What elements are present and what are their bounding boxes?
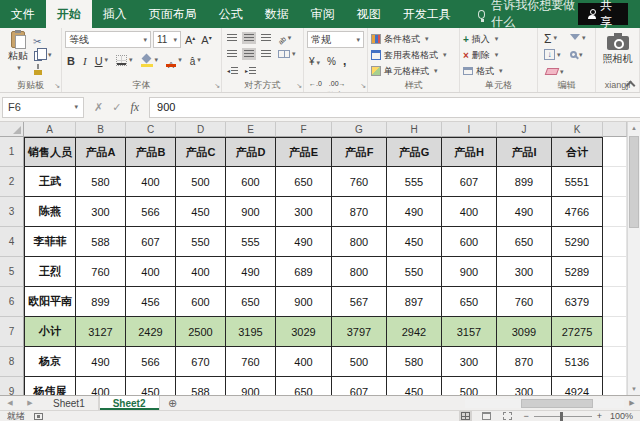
cell-D6[interactable]: 600 (176, 287, 226, 317)
page-break-view-button[interactable] (501, 411, 514, 421)
cell-H4[interactable]: 450 (387, 227, 442, 257)
cut-button[interactable] (33, 34, 52, 47)
column-header-F[interactable]: F (276, 122, 332, 137)
scroll-right-arrow-icon[interactable] (624, 399, 640, 407)
ribbon-tab-插入[interactable]: 插入 (92, 0, 138, 28)
zoom-slider-thumb[interactable] (560, 412, 563, 421)
new-sheet-button[interactable] (160, 396, 186, 410)
phonetic-guide-button[interactable] (188, 49, 203, 71)
cell-B8[interactable]: 490 (76, 347, 126, 377)
enter-icon[interactable] (112, 101, 121, 114)
cell-D8[interactable]: 670 (176, 347, 226, 377)
borders-button[interactable] (114, 53, 135, 68)
cell-C8[interactable]: 566 (126, 347, 176, 377)
cell-F1[interactable]: 产品E (276, 137, 332, 167)
cell-F4[interactable]: 490 (276, 227, 332, 257)
cell-H8[interactable]: 580 (387, 347, 442, 377)
ribbon-tab-页面布局[interactable]: 页面布局 (138, 0, 208, 28)
delete-cells-button[interactable]: 删除 (463, 48, 534, 63)
cell-I4[interactable]: 600 (442, 227, 497, 257)
insert-function-button[interactable]: fx (130, 100, 139, 115)
cell-K6[interactable]: 6379 (552, 287, 603, 317)
italic-button[interactable] (81, 49, 89, 71)
cell-J7[interactable]: 3099 (497, 317, 552, 347)
cell-J5[interactable]: 300 (497, 257, 552, 287)
ribbon-tab-开始[interactable]: 开始 (46, 0, 92, 28)
cell-I7[interactable]: 3157 (442, 317, 497, 347)
underline-button[interactable] (93, 49, 110, 71)
share-button[interactable]: 共享 (578, 3, 628, 25)
find-select-button[interactable] (570, 48, 592, 61)
tab-file[interactable]: 文件 (0, 0, 46, 28)
font-name-select[interactable]: 等线 (65, 31, 151, 48)
paste-button[interactable]: 粘贴 (3, 31, 33, 79)
cell-E4[interactable]: 555 (226, 227, 276, 257)
cell-H2[interactable]: 555 (387, 167, 442, 197)
name-box[interactable]: F6 (2, 97, 84, 118)
font-dialog-launcher[interactable] (214, 82, 220, 90)
decrease-font-button[interactable]: A (199, 34, 213, 46)
cell-I3[interactable]: 400 (442, 197, 497, 227)
percent-style-button[interactable] (327, 51, 336, 69)
cell-B1[interactable]: 产品A (76, 137, 126, 167)
cell-C4[interactable]: 607 (126, 227, 176, 257)
cell-C7[interactable]: 2429 (126, 317, 176, 347)
zoom-slider[interactable] (534, 416, 592, 417)
cell-A9[interactable]: 杨伟展 (24, 377, 76, 395)
number-dialog-launcher[interactable] (360, 82, 366, 90)
cell-E2[interactable]: 600 (226, 167, 276, 197)
align-bottom-button[interactable] (259, 32, 273, 44)
tell-me-search[interactable]: 告诉我你想要做什么 (478, 0, 578, 28)
cell-I5[interactable]: 900 (442, 257, 497, 287)
font-color-button[interactable] (164, 52, 184, 69)
cell-H6[interactable]: 897 (387, 287, 442, 317)
cell-B3[interactable]: 300 (76, 197, 126, 227)
next-sheet-arrow-icon[interactable]: ▶ (27, 399, 32, 407)
cell-E5[interactable]: 490 (226, 257, 276, 287)
format-cells-button[interactable]: 格式 (463, 64, 534, 79)
cell-C2[interactable]: 400 (126, 167, 176, 197)
ribbon-tab-视图[interactable]: 视图 (346, 0, 392, 28)
decrease-indent-button[interactable] (225, 65, 240, 76)
cell-G6[interactable]: 567 (332, 287, 387, 317)
cell-A3[interactable]: 陈燕 (24, 197, 76, 227)
cell-G5[interactable]: 800 (332, 257, 387, 287)
cell-G7[interactable]: 3797 (332, 317, 387, 347)
cell-D7[interactable]: 2500 (176, 317, 226, 347)
cell-F7[interactable]: 3029 (276, 317, 332, 347)
cell-E3[interactable]: 900 (226, 197, 276, 227)
cell-A1[interactable]: 销售人员 (24, 137, 76, 167)
normal-view-button[interactable] (459, 411, 472, 421)
cell-D4[interactable]: 550 (176, 227, 226, 257)
cell-I9[interactable]: 500 (442, 377, 497, 395)
cell-B9[interactable]: 400 (76, 377, 126, 395)
copy-button[interactable] (33, 48, 52, 61)
sheet-tab-Sheet1[interactable]: Sheet1 (40, 396, 99, 410)
fill-color-button[interactable] (139, 52, 161, 69)
cell-G8[interactable]: 500 (332, 347, 387, 377)
scroll-up-arrow-icon[interactable] (628, 122, 640, 134)
column-header-K[interactable]: K (552, 122, 603, 137)
column-header-H[interactable]: H (387, 122, 442, 137)
cell-K9[interactable]: 4924 (552, 377, 603, 395)
cell-B6[interactable]: 899 (76, 287, 126, 317)
autosum-button[interactable] (544, 32, 566, 45)
prev-sheet-arrow-icon[interactable]: ◀ (7, 399, 12, 407)
increase-font-button[interactable]: A (183, 34, 197, 46)
cell-C9[interactable]: 450 (126, 377, 176, 395)
cell-K7[interactable]: 27275 (552, 317, 603, 347)
cell-G4[interactable]: 800 (332, 227, 387, 257)
vertical-scrollbar-thumb[interactable] (629, 136, 639, 228)
select-all-corner[interactable] (0, 122, 24, 137)
cell-E9[interactable]: 900 (226, 377, 276, 395)
orientation-button[interactable] (276, 28, 293, 49)
clipboard-dialog-launcher[interactable] (54, 82, 60, 90)
ribbon-tab-审阅[interactable]: 审阅 (300, 0, 346, 28)
cell-A5[interactable]: 王烈 (24, 257, 76, 287)
row-header-6[interactable]: 6 (0, 287, 24, 317)
row-header-7[interactable]: 7 (0, 317, 24, 347)
cell-D9[interactable]: 588 (176, 377, 226, 395)
cell-C6[interactable]: 456 (126, 287, 176, 317)
cell-C1[interactable]: 产品B (126, 137, 176, 167)
cell-styles-button[interactable]: 单元格样式 (371, 64, 456, 79)
